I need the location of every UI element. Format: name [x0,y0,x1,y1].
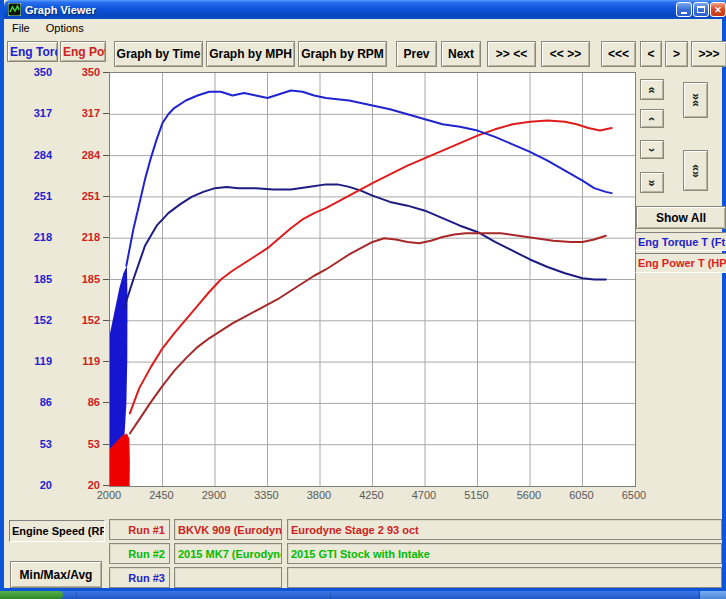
y-axis-power-tick-label: 53 [60,438,100,450]
zoom-out-x-button[interactable]: << >> [541,41,590,67]
prev-button[interactable]: Prev [396,41,437,67]
pan-up-button[interactable]: ‹ [640,109,664,128]
y-axis-torque-tick-label: 185 [12,273,52,285]
maximize-button[interactable] [693,2,709,17]
pan-down-fast-button[interactable]: » [640,172,664,193]
y-axis-torque-tick-label: 152 [12,314,52,326]
y-axis-torque-tick-label: 284 [12,149,52,161]
pan-right-button[interactable]: > [665,41,688,67]
run3-desc-field[interactable] [287,567,722,588]
zoom-in-x-button[interactable]: >> << [487,41,536,67]
minimize-icon [681,12,687,14]
x-axis-tick-label: 5600 [507,489,551,501]
menu-options[interactable]: Options [38,22,92,34]
y-axis-power-tick-label: 218 [60,231,100,243]
zoom-in-y-button[interactable]: »« [683,82,708,118]
pan-far-left-button[interactable]: <<< [601,41,636,67]
collapse-vertical-icon: »« [688,93,702,106]
chevron-up-icon: ‹ [645,117,659,121]
pan-far-right-button[interactable]: >>> [691,41,726,67]
minimize-button[interactable] [676,2,692,17]
y-axis-power-tick-label: 119 [60,355,100,367]
x-axis-tick-label: 4700 [402,489,446,501]
x-axis-tick-label: 2900 [192,489,236,501]
legend-power[interactable]: Eng Power T (HP) [635,253,726,273]
double-chevron-down-icon: » [645,179,659,186]
graph-viewer-window: Graph Viewer ✕ File Options Eng Torque E… [0,0,726,591]
x-axis-tick-label: 6050 [560,489,604,501]
y-axis-power-tick-label: 152 [60,314,100,326]
next-button[interactable]: Next [441,41,481,67]
x-axis-tick-label: 4250 [350,489,394,501]
close-button[interactable]: ✕ [710,2,726,17]
zoom-out-y-button[interactable]: «» [683,150,708,191]
legend-torque[interactable]: Eng Torque T (Ft-lbs) [635,232,726,251]
run3-name-field[interactable] [174,567,282,588]
run1-label: Run #1 [109,519,170,540]
x-axis-title-box: Engine Speed (RPM) [9,520,105,542]
curve-2 [130,121,612,414]
y-axis-torque-tick-label: 350 [12,66,52,78]
window-title: Graph Viewer [25,4,96,16]
y-axis-torque-tick-label: 86 [12,396,52,408]
taskbar-divider [76,592,77,599]
title-bar[interactable]: Graph Viewer ✕ [4,0,726,19]
y-axis-power-tick-label: 185 [60,273,100,285]
y-axis-torque-tick-label: 53 [12,438,52,450]
run1-name-field[interactable]: BKVK 909 (Eurodyne, I [174,519,282,540]
x-axis-tick-label: 3350 [245,489,289,501]
system-tray [699,591,726,599]
y-axis-torque-tick-label: 119 [12,355,52,367]
chevron-down-icon: › [645,148,659,152]
graph-by-mph-button[interactable]: Graph by MPH [206,41,295,67]
close-icon: ✕ [714,5,722,15]
x-axis-tick-label: 2000 [87,489,131,501]
run1-desc-field[interactable]: Eurodyne Stage 2 93 oct [287,519,722,540]
pan-up-fast-button[interactable]: « [640,79,664,100]
y-axis-torque-tick-label: 251 [12,190,52,202]
x-axis-tick-label: 6500 [612,489,656,501]
run2-desc-field[interactable]: 2015 GTI Stock with Intake [287,543,722,564]
torque-start-noise [110,266,128,455]
expand-vertical-icon: «» [688,164,702,177]
pan-down-button[interactable]: › [640,140,664,159]
menu-bar: File Options [4,19,722,37]
x-axis-tick-label: 3800 [297,489,341,501]
y-axis-power-tick-label: 350 [60,66,100,78]
menu-file[interactable]: File [4,22,38,34]
y-axis-power-header: Eng Power [60,41,106,62]
dyno-chart[interactable] [109,72,636,487]
chart-canvas [110,73,635,486]
y-axis-power-tick-label: 86 [60,396,100,408]
y-axis-power-tick-label: 251 [60,190,100,202]
taskbar[interactable] [0,591,726,599]
min-max-avg-button[interactable]: Min/Max/Avg [10,561,102,588]
double-chevron-up-icon: « [645,86,659,93]
graph-by-time-button[interactable]: Graph by Time [114,41,203,67]
app-icon [8,3,21,16]
start-button[interactable] [0,591,63,599]
y-axis-torque-header: Eng Torque [7,41,58,62]
y-axis-torque-tick-label: 317 [12,107,52,119]
y-axis-power-tick-label: 20 [60,479,100,491]
run2-label: Run #2 [109,543,170,564]
y-axis-power-tick-label: 317 [60,107,100,119]
pan-left-button[interactable]: < [640,41,662,67]
x-axis-tick-label: 2450 [140,489,184,501]
y-axis-power-tick-label: 284 [60,149,100,161]
y-axis-torque-tick-label: 218 [12,231,52,243]
maximize-icon [697,6,705,13]
taskbar-divider [330,592,331,599]
run2-name-field[interactable]: 2015 MK7 (Eurodyne, E [174,543,282,564]
x-axis-tick-label: 5150 [455,489,499,501]
graph-by-rpm-button[interactable]: Graph by RPM [298,41,387,67]
y-axis-torque-tick-label: 20 [12,479,52,491]
run3-label: Run #3 [109,567,170,588]
show-all-button[interactable]: Show All [636,206,726,229]
